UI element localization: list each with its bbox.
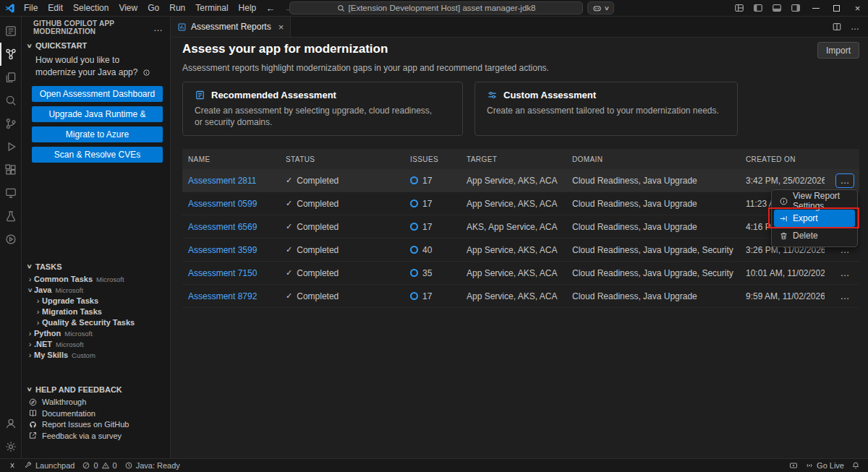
migrate-to-azure-button[interactable]: Migrate to Azure [32, 126, 163, 142]
recommended-assessment-card[interactable]: Recommended Assessment Create an assessm… [182, 82, 463, 136]
assessment-link[interactable]: Assessment 3599 [182, 245, 280, 255]
command-center-search[interactable]: [Extension Development Host] asset manag… [289, 1, 583, 14]
target-cell: App Service, AKS, ACA [461, 268, 566, 278]
upgrade-java-runtime-button[interactable]: Upgrade Java Runtime & Frameworks [32, 106, 163, 122]
extensions-icon[interactable] [0, 158, 21, 181]
customize-layout-icon[interactable] [730, 0, 749, 16]
tab-assessment-reports[interactable]: Assessment Reports × [171, 17, 291, 37]
tree-item-quality-security-tasks[interactable]: › Quality & Security Tasks [22, 317, 170, 328]
open-assessment-dashboard-button[interactable]: Open Assessment Dashboard [32, 86, 163, 102]
java-status-item[interactable]: Java: Ready [121, 459, 184, 472]
sidebar-more-actions-icon[interactable]: … [153, 22, 163, 33]
live-preview-icon[interactable] [0, 228, 21, 251]
check-icon: ✓ [286, 268, 292, 278]
problems-status-item[interactable]: 0 0 [78, 459, 120, 472]
scan-resolve-cves-button[interactable]: Scan & Resolve CVEs [32, 147, 163, 163]
help-item-documentation[interactable]: Documentation [22, 408, 170, 419]
toggle-secondary-sidebar-icon[interactable] [786, 0, 805, 16]
section-tasks[interactable]: ∨ TASKS [22, 259, 170, 274]
assessment-link[interactable]: Assessment 0599 [182, 199, 280, 209]
table-row[interactable]: Assessment 0599 ✓Completed 17 App Servic… [182, 192, 859, 215]
chevron-down-icon: ∨ [25, 287, 35, 293]
tab-bar: Assessment Reports × … [171, 17, 868, 38]
tree-item-my-skills[interactable]: › My Skills Custom [22, 350, 170, 361]
account-icon[interactable] [0, 412, 21, 435]
col-header-target: TARGET [461, 155, 566, 163]
row-actions-button[interactable]: … [835, 173, 854, 188]
menu-view[interactable]: View [114, 0, 142, 16]
go-live-status-item[interactable]: Go Live [801, 461, 848, 470]
assessment-link[interactable]: Assessment 2811 [182, 176, 280, 186]
help-item-report-issues[interactable]: Report Issues on GitHub [22, 419, 170, 431]
launchpad-status-item[interactable]: Launchpad [20, 459, 78, 472]
table-row[interactable]: Assessment 3599 ✓Completed 40 App Servic… [182, 239, 859, 262]
section-quickstart[interactable]: ∨ QUICKSTART [22, 38, 170, 53]
section-help-feedback[interactable]: ∨ HELP AND FEEDBACK [22, 382, 170, 397]
copilot-menu[interactable]: ∨ [587, 1, 614, 14]
menu-item-view-report-settings[interactable]: View Report Settings [774, 192, 855, 210]
table-row[interactable]: Assessment 8792 ✓Completed 17 App Servic… [182, 285, 859, 308]
window-maximize-button[interactable] [826, 0, 847, 16]
settings-gear-icon[interactable] [0, 435, 21, 458]
window-close-button[interactable]: × [847, 0, 868, 16]
tree-item-upgrade-tasks[interactable]: › Upgrade Tasks [22, 296, 170, 306]
tree-item-dotnet[interactable]: › .NET Microsoft [22, 339, 170, 350]
window-minimize-button[interactable] [805, 0, 826, 16]
tree-item-badge: Microsoft [96, 275, 124, 283]
row-actions-button[interactable]: … [835, 266, 854, 280]
tab-close-icon[interactable]: × [278, 22, 284, 33]
menu-run[interactable]: Run [164, 0, 190, 16]
table-row[interactable]: Assessment 7150 ✓Completed 35 App Servic… [182, 262, 859, 285]
log-icon[interactable] [0, 20, 21, 43]
table-row[interactable]: Assessment 2811 ✓Completed 17 App Servic… [182, 169, 859, 192]
custom-assessment-card[interactable]: Custom Assessment Create an assessment t… [475, 82, 738, 136]
documentation-icon [28, 408, 38, 418]
source-control-icon[interactable] [0, 112, 21, 135]
assessment-reports-page: Assess your app for modernization Import… [171, 38, 868, 458]
run-debug-icon[interactable] [0, 135, 21, 158]
target-cell: App Service, AKS, ACA [461, 245, 566, 255]
menu-help[interactable]: Help [234, 0, 262, 16]
activity-bar [0, 17, 22, 458]
help-item-walkthrough[interactable]: Walkthrough [22, 397, 170, 408]
import-button[interactable]: Import [817, 42, 859, 59]
remote-indicator[interactable] [4, 459, 20, 472]
copilot-icon [592, 4, 602, 13]
menu-selection[interactable]: Selection [68, 0, 114, 16]
app-modernization-icon[interactable] [0, 43, 21, 66]
tree-item-migration-tasks[interactable]: › Migration Tasks [22, 306, 170, 317]
menu-file[interactable]: File [19, 0, 43, 16]
row-actions-button[interactable]: … [835, 289, 854, 304]
assessment-link[interactable]: Assessment 8792 [182, 291, 280, 301]
menu-terminal[interactable]: Terminal [190, 0, 233, 16]
menu-go[interactable]: Go [142, 0, 164, 16]
maximize-icon [833, 5, 840, 12]
screencast-status-item[interactable] [786, 461, 801, 470]
table-row[interactable]: Assessment 6569 ✓Completed 17 AKS, App S… [182, 215, 859, 239]
toggle-sidebar-icon[interactable] [749, 0, 767, 16]
vscode-window: File Edit Selection View Go Run Terminal… [0, 0, 868, 472]
menu-edit[interactable]: Edit [43, 0, 68, 16]
titlebar-controls: × [730, 0, 868, 16]
menu-item-delete[interactable]: Delete [774, 227, 855, 244]
help-item-feedback-survey[interactable]: Feedback via a survey [22, 430, 170, 442]
notifications-status-item[interactable] [848, 461, 864, 470]
search-icon[interactable] [0, 89, 21, 112]
split-editor-icon[interactable] [832, 22, 842, 32]
sidebar-title: GITHUB COPILOT APP MODERNIZATION [33, 20, 153, 35]
back-icon[interactable]: ← [261, 3, 279, 14]
help-item-label: Documentation [42, 409, 95, 418]
tree-item-common-tasks[interactable]: › Common Tasks Microsoft [22, 274, 170, 285]
bell-icon [851, 461, 860, 470]
test-flask-icon[interactable] [0, 205, 21, 228]
tree-item-python[interactable]: › Python Microsoft [22, 328, 170, 339]
explorer-icon[interactable] [0, 66, 21, 89]
menu-item-export[interactable]: Export [774, 210, 855, 227]
assessment-link[interactable]: Assessment 7150 [182, 268, 280, 278]
info-icon[interactable] [142, 69, 150, 77]
tree-item-java[interactable]: ∨ Java Microsoft [22, 285, 170, 296]
assessment-link[interactable]: Assessment 6569 [182, 222, 280, 232]
remote-explorer-icon[interactable] [0, 181, 21, 205]
toggle-panel-icon[interactable] [767, 0, 786, 16]
editor-more-actions-icon[interactable]: … [851, 22, 859, 32]
